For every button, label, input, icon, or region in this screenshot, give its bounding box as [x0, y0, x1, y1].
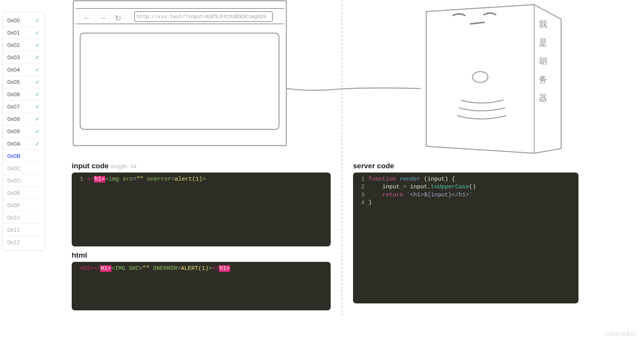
html-title-row: html	[72, 251, 331, 260]
back-arrow-icon: ←	[83, 13, 91, 22]
input-code-title-row: input code length: 34	[72, 162, 331, 170]
sidebar-item-0x08[interactable]: 0x08✓	[3, 113, 44, 125]
check-icon: ✓	[35, 67, 40, 73]
input-code-block[interactable]: 1</h1><img src="" onerror=alert(1)>	[72, 173, 331, 246]
check-icon: ✓	[35, 116, 40, 122]
sidebar-item-0x10[interactable]: 0x10	[3, 211, 44, 224]
sidebar-item-0x0E[interactable]: 0x0E	[3, 187, 44, 199]
level-sidebar: 0x00✓0x01✓0x02✓0x03✓0x04✓0x05✓0x06✓0x07✓…	[2, 12, 45, 251]
server-label: 我是胡务器	[539, 18, 547, 104]
sidebar-item-label: 0x09	[7, 128, 20, 134]
check-icon: ✓	[35, 104, 40, 110]
sidebar-item-label: 0x0A	[7, 140, 20, 147]
sidebar-item-label: 0x0D	[7, 177, 21, 184]
sidebar-item-0x00[interactable]: 0x00✓	[3, 14, 44, 27]
sidebar-item-0x07[interactable]: 0x07✓	[3, 100, 44, 113]
check-icon: ✓	[35, 42, 40, 48]
sidebar-item-label: 0x10	[7, 214, 20, 221]
check-icon: ✓	[35, 30, 40, 36]
check-icon: ✓	[35, 54, 40, 60]
line-number: 3	[357, 191, 365, 199]
svg-point-2	[472, 72, 488, 82]
sidebar-item-0x03[interactable]: 0x03✓	[3, 51, 44, 64]
code-line: 1</h1><img src="" onerror=alert(1)>	[72, 176, 331, 183]
html-title: html	[72, 251, 87, 260]
sidebar-item-label: 0x0C	[7, 165, 21, 171]
html-output-block: <h1></H1><IMG SRC="" ONERROR=ALERT(1)></…	[72, 262, 331, 310]
connection-line	[286, 73, 425, 104]
server-code-title-row: server code	[353, 162, 578, 170]
sidebar-item-label: 0x0E	[7, 189, 20, 196]
line-number: 1	[357, 176, 365, 183]
sidebar-item-0x09[interactable]: 0x09✓	[3, 125, 44, 137]
check-icon: ✓	[35, 91, 40, 97]
sidebar-item-label: 0x12	[7, 239, 20, 245]
check-icon: ✓	[35, 141, 40, 147]
code-line: <h1></H1><IMG SRC="" ONERROR=ALERT(1)></…	[72, 265, 331, 273]
sidebar-item-label: 0x0F	[7, 202, 20, 208]
line-number: 1	[76, 176, 83, 183]
sidebar-item-label: 0x05	[7, 79, 20, 85]
sidebar-item-0x0B[interactable]: 0x0B	[3, 150, 44, 162]
sidebar-item-0x11[interactable]: 0x11	[3, 224, 44, 236]
server-code-title: server code	[353, 162, 394, 170]
sidebar-item-label: 0x00	[7, 17, 20, 23]
check-icon: ✓	[35, 128, 40, 134]
sidebar-item-0x0C[interactable]: 0x0C	[3, 162, 44, 174]
sidebar-item-0x12[interactable]: 0x12	[3, 236, 44, 248]
svg-rect-0	[135, 12, 272, 22]
sidebar-item-0x05[interactable]: 0x05✓	[3, 76, 44, 88]
sidebar-item-0x02[interactable]: 0x02✓	[3, 39, 44, 51]
input-code-length: length: 34	[111, 163, 136, 169]
code-line: 4}	[353, 199, 578, 207]
watermark: CSDN @君衍.⠀	[605, 331, 641, 338]
server-illustration	[407, 0, 577, 154]
line-number: 4	[357, 199, 365, 207]
forward-arrow-icon: →	[99, 13, 106, 22]
sidebar-item-label: 0x0B	[7, 152, 20, 159]
sidebar-item-label: 0x03	[7, 54, 20, 60]
sidebar-item-0x04[interactable]: 0x04✓	[3, 64, 44, 76]
code-line: 3 return `<h1>${input}</h1>`	[353, 191, 578, 199]
server-code-block: 1function render (input) {2 input = inpu…	[353, 173, 578, 303]
sidebar-item-label: 0x01	[7, 29, 20, 36]
sidebar-item-0x0D[interactable]: 0x0D	[3, 174, 44, 187]
sidebar-item-label: 0x08	[7, 116, 20, 122]
sidebar-item-label: 0x02	[7, 42, 20, 48]
sidebar-item-0x0A[interactable]: 0x0A✓	[3, 137, 44, 150]
input-code-title: input code	[72, 162, 109, 170]
check-icon: ✓	[35, 79, 40, 85]
sidebar-item-label: 0x06	[7, 91, 20, 97]
code-line: 2 input = input.toUpperCase()	[353, 183, 578, 191]
sidebar-item-label: 0x07	[7, 103, 20, 110]
sidebar-item-0x01[interactable]: 0x01✓	[3, 27, 44, 39]
reload-icon: ↻	[115, 13, 121, 23]
divider-line	[341, 0, 342, 316]
svg-rect-1	[80, 33, 279, 129]
sidebar-item-label: 0x11	[7, 226, 20, 233]
main-area: ← → ↻ http://xss.test/?input=%3C%2Fh1%3E…	[72, 0, 638, 340]
check-icon: ✓	[35, 17, 40, 23]
sidebar-item-label: 0x04	[7, 66, 20, 73]
line-number: 2	[357, 183, 365, 191]
sidebar-item-0x0F[interactable]: 0x0F	[3, 199, 44, 211]
sidebar-item-0x06[interactable]: 0x06✓	[3, 88, 44, 100]
code-line: 1function render (input) {	[353, 176, 578, 183]
